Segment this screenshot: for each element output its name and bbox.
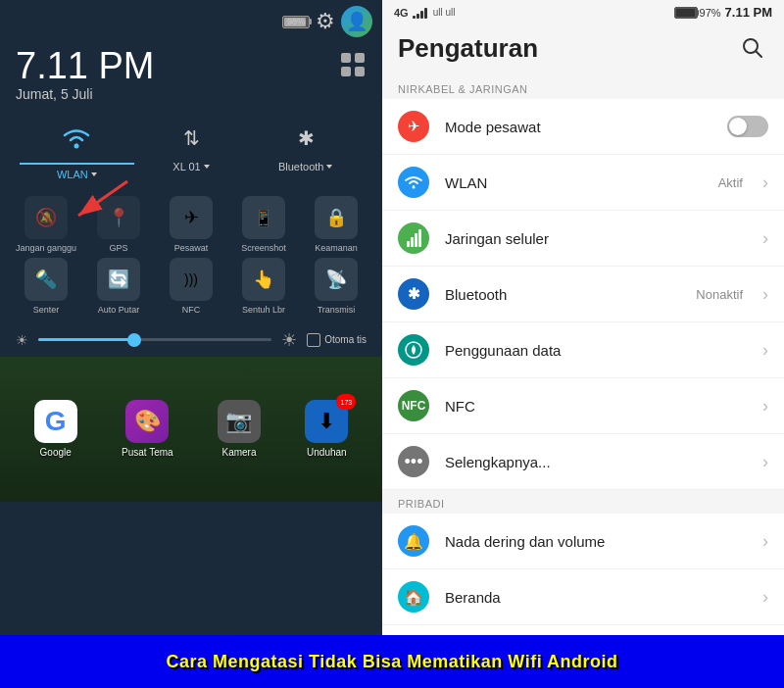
settings-header: Pengaturan	[382, 25, 784, 75]
svg-rect-1	[355, 53, 365, 63]
jaringan-icon	[398, 222, 429, 254]
battery-indicator: 98%	[282, 16, 310, 28]
penggunaan-data-text: Penggunaan data	[445, 342, 747, 359]
svg-line-10	[756, 51, 761, 57]
settings-item-beranda[interactable]: 🏠 Beranda ›	[382, 569, 784, 625]
settings-item-jaringan[interactable]: Jaringan seluler ›	[382, 211, 784, 267]
avatar-icon[interactable]: 👤	[341, 6, 372, 37]
date-display: Jumat, 5 Juli	[16, 86, 367, 102]
toggle-bluetooth[interactable]: ✱ Bluetooth	[248, 118, 363, 180]
action-screenshot[interactable]: 📱 Screenshot	[229, 196, 298, 254]
home-icon-google[interactable]: G Google	[34, 400, 77, 458]
network-signal: 4G ull ull	[394, 7, 455, 19]
brightness-high-icon: ☀	[281, 329, 297, 351]
toggle-data[interactable]: ⇅ XL 01	[134, 118, 249, 180]
action-senter-label: Senter	[33, 305, 60, 316]
search-button[interactable]	[737, 32, 768, 64]
wlan-value: Aktif	[718, 175, 743, 190]
brightness-low-icon: ☀	[16, 332, 28, 348]
svg-rect-3	[355, 67, 365, 76]
settings-item-selengkapnya[interactable]: ••• Selengkapnya... ›	[382, 434, 784, 490]
settings-item-bluetooth[interactable]: ✱ Bluetooth Nonaktif ›	[382, 267, 784, 322]
svg-rect-0	[341, 53, 351, 63]
nfc-chevron: ›	[762, 396, 768, 417]
nada-dering-title: Nada dering dan volume	[445, 533, 747, 550]
bluetooth-value: Nonaktif	[696, 287, 743, 302]
toggle-bluetooth-label: Bluetooth	[278, 161, 323, 172]
action-auto-putar-label: Auto Putar	[98, 305, 140, 316]
beranda-title: Beranda	[445, 589, 747, 606]
mode-pesawat-text: Mode pesawat	[445, 119, 711, 135]
red-arrow-annotation	[59, 172, 137, 234]
settings-item-nfc[interactable]: NFC NFC ›	[382, 378, 784, 434]
action-nfc-label: NFC	[182, 305, 201, 316]
nfc-settings-icon: NFC	[398, 390, 429, 421]
settings-item-penggunaan-data[interactable]: Penggunaan data ›	[382, 322, 784, 378]
nada-dering-text: Nada dering dan volume	[445, 533, 747, 550]
home-icon-unduhan-label: Unduhan	[307, 447, 347, 458]
time-display: 7.11 PM	[16, 47, 367, 84]
svg-rect-2	[341, 67, 351, 76]
svg-text:⇅: ⇅	[183, 127, 200, 149]
mode-pesawat-toggle[interactable]	[727, 116, 768, 137]
battery-text: 98%	[287, 17, 305, 26]
nfc-text: NFC	[445, 398, 747, 415]
bluetooth-text: Bluetooth	[445, 286, 680, 303]
bluetooth-title: Bluetooth	[445, 286, 680, 303]
action-pesawat[interactable]: ✈ Pesawat	[157, 196, 225, 254]
right-panel: 4G ull ull 97% 7.11 PM	[382, 0, 784, 635]
home-icon-pusat-tema[interactable]: 🎨 Pusat Tema	[122, 400, 173, 458]
home-icon-kamera[interactable]: 📷 Kamera	[218, 400, 261, 458]
grid-icon[interactable]	[339, 51, 367, 82]
selengkapnya-chevron: ›	[762, 452, 768, 472]
toggle-data-label: XL 01	[172, 161, 200, 172]
svg-text:✱: ✱	[297, 127, 314, 149]
left-status-bar: 98% ⚙ 👤	[0, 0, 382, 39]
settings-list-pribadi: 🔔 Nada dering dan volume › 🏠 Beranda ›	[382, 514, 784, 635]
jaringan-text: Jaringan seluler	[445, 230, 747, 247]
auto-brightness-toggle[interactable]: Otoma tis	[307, 333, 367, 347]
svg-point-4	[74, 144, 79, 149]
svg-line-8	[78, 181, 127, 216]
mode-pesawat-icon: ✈	[398, 111, 429, 142]
settings-list-nirkabel: ✈ Mode pesawat	[382, 99, 784, 490]
quick-toggles-row: WLAN ⇅ XL 01 ✱	[0, 106, 382, 188]
action-auto-putar[interactable]: 🔄 Auto Putar	[84, 258, 153, 316]
settings-item-wlan[interactable]: WLAN Aktif ›	[382, 155, 784, 211]
gear-icon-left[interactable]: ⚙	[316, 9, 335, 34]
action-gps-label: GPS	[109, 243, 127, 254]
brightness-slider[interactable]	[38, 338, 271, 341]
action-pesawat-label: Pesawat	[174, 243, 209, 254]
status-time-right: 7.11 PM	[725, 5, 772, 20]
section-pribadi-header: PRIBADI	[382, 490, 784, 514]
wlan-text: WLAN	[445, 174, 703, 191]
action-jangan-ganggu-label: Jangan ganggu	[16, 243, 76, 254]
settings-item-nada-dering[interactable]: 🔔 Nada dering dan volume ›	[382, 514, 784, 569]
time-section: 7.11 PM Jumat, 5 Juli	[0, 39, 382, 106]
unduhan-badge: 173	[336, 394, 356, 410]
action-transmisi[interactable]: 📡 Transmisi	[302, 258, 370, 316]
action-keamanan[interactable]: 🔒 Keamanan	[302, 196, 370, 254]
beranda-chevron: ›	[762, 587, 768, 608]
action-senter[interactable]: 🔦 Senter	[12, 258, 80, 316]
nada-dering-icon: 🔔	[398, 525, 429, 557]
signal-bars	[413, 7, 427, 19]
svg-point-11	[413, 186, 416, 189]
selengkapnya-icon: •••	[398, 446, 429, 477]
section-nirkabel-header: NIRKABEL & JARINGAN	[382, 75, 784, 99]
status-right-icons: 97% 7.11 PM	[674, 5, 772, 20]
settings-item-tampilan[interactable]: 🖥 Tampilan ›	[382, 625, 784, 635]
action-nfc[interactable]: ))) NFC	[157, 258, 225, 316]
jaringan-title: Jaringan seluler	[445, 230, 747, 247]
action-sentuh-lbr[interactable]: 👆 Sentuh Lbr	[229, 258, 298, 316]
left-panel: 98% ⚙ 👤 7.11 PM Jumat, 5 Juli	[0, 0, 382, 635]
selengkapnya-text: Selengkapnya...	[445, 454, 747, 470]
network-type: 4G	[394, 7, 409, 19]
home-icon-google-label: Google	[40, 447, 72, 458]
wlan-chevron: ›	[762, 172, 768, 193]
home-screen: G Google 🎨 Pusat Tema 📷 Kamera	[0, 357, 382, 502]
home-icon-unduhan-container[interactable]: ⬇ 173 Unduhan	[305, 400, 348, 458]
action-screenshot-label: Screenshot	[241, 243, 286, 254]
settings-item-mode-pesawat[interactable]: ✈ Mode pesawat	[382, 99, 784, 155]
brightness-row: ☀ ☀ Otoma tis	[0, 323, 382, 357]
